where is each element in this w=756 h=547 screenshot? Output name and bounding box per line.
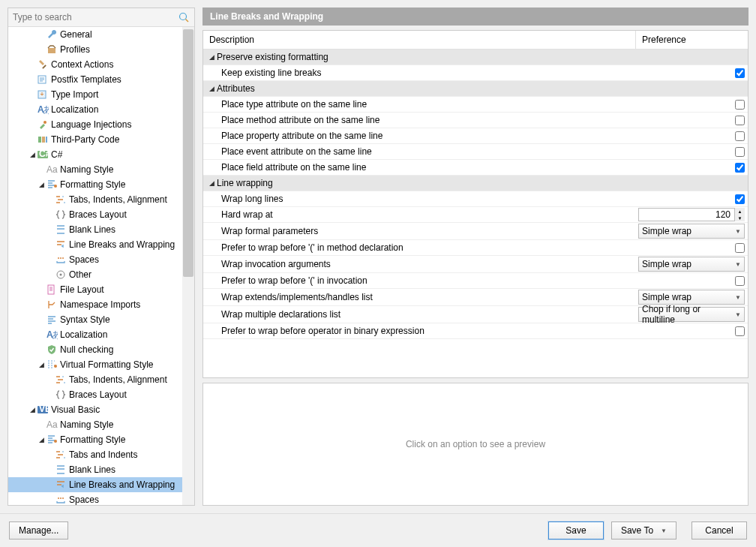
collapse-icon[interactable]: ◢ bbox=[37, 360, 46, 369]
collapse-icon[interactable]: ◢ bbox=[28, 150, 37, 159]
save-to-button[interactable]: Save To▼ bbox=[611, 521, 676, 539]
tree-item[interactable]: Context Actions bbox=[8, 57, 194, 72]
collapse-icon[interactable]: ◢ bbox=[37, 180, 46, 189]
svg-point-18 bbox=[62, 257, 64, 259]
collapse-icon: ◢ bbox=[209, 85, 214, 92]
cancel-button[interactable]: Cancel bbox=[692, 521, 747, 539]
setting-row[interactable]: Wrap invocation argumentsSimple wrap▼ bbox=[203, 256, 748, 273]
setting-checkbox[interactable] bbox=[735, 100, 745, 110]
setting-checkbox[interactable] bbox=[735, 326, 745, 336]
tree-item[interactable]: File Layout bbox=[8, 282, 194, 297]
setting-row[interactable]: Wrap long lines bbox=[203, 191, 748, 207]
spinner-up-icon[interactable]: ▲ bbox=[735, 208, 745, 215]
collapse-icon[interactable]: ◢ bbox=[28, 405, 37, 414]
tree-item[interactable]: Blank Lines bbox=[8, 222, 194, 237]
tree-item[interactable]: Spaces bbox=[8, 252, 194, 267]
spinner[interactable]: ▲▼ bbox=[734, 208, 745, 221]
tree-item-label: Profiles bbox=[60, 44, 90, 55]
tree-item[interactable]: ◢C#C# bbox=[8, 147, 194, 162]
setting-row[interactable]: Prefer to wrap before '(' in invocation bbox=[203, 273, 748, 289]
tree-item[interactable]: Syntax Style bbox=[8, 312, 194, 327]
setting-row[interactable]: Place type attribute on the same line bbox=[203, 97, 748, 113]
dropdown-value: Chop if long or multiline bbox=[642, 304, 735, 325]
manage-button[interactable]: Manage... bbox=[9, 521, 68, 539]
setting-row[interactable]: Wrap multiple declarations listChop if l… bbox=[203, 306, 748, 323]
setting-checkbox[interactable] bbox=[735, 194, 745, 204]
group-row[interactable]: ◢Line wrapping bbox=[203, 176, 748, 191]
group-row[interactable]: ◢Attributes bbox=[203, 81, 748, 97]
tree-item-label: Line Breaks and Wrapping bbox=[69, 479, 175, 490]
tree-item[interactable]: AaNaming Style bbox=[8, 162, 194, 177]
setting-checkbox[interactable] bbox=[735, 116, 745, 125]
tree-item[interactable]: Spaces bbox=[8, 492, 194, 505]
setting-row[interactable]: Place field attribute on the same line bbox=[203, 160, 748, 176]
setting-row[interactable]: Keep existing line breaks bbox=[203, 65, 748, 81]
tree-item[interactable]: Namespace Imports bbox=[8, 297, 194, 312]
setting-row[interactable]: Hard wrap at▲▼ bbox=[203, 207, 748, 223]
setting-dropdown[interactable]: Simple wrap▼ bbox=[638, 257, 745, 272]
tree-item-label: Language Injections bbox=[51, 119, 131, 130]
setting-checkbox[interactable] bbox=[735, 163, 745, 173]
tree-item[interactable]: AあLocalization bbox=[8, 327, 194, 342]
scrollbar-thumb[interactable] bbox=[183, 29, 194, 277]
tree-item[interactable]: Braces Layout bbox=[8, 387, 194, 402]
setting-row[interactable]: Place property attribute on the same lin… bbox=[203, 128, 748, 144]
tree-item-label: Visual Basic bbox=[51, 404, 100, 415]
search-input[interactable] bbox=[13, 11, 178, 24]
tree-item[interactable]: ◢Formatting Style bbox=[8, 177, 194, 192]
setting-row[interactable]: Place method attribute on the same line bbox=[203, 113, 748, 128]
svg-rect-11 bbox=[46, 137, 47, 143]
tree-item[interactable]: ◢Formatting Style bbox=[8, 432, 194, 447]
naming-icon: Aa bbox=[46, 419, 58, 431]
tree-item[interactable]: Tabs and Indents bbox=[8, 447, 194, 462]
setting-checkbox[interactable] bbox=[735, 131, 745, 141]
setting-dropdown[interactable]: Simple wrap▼ bbox=[638, 290, 745, 305]
tree-item[interactable]: AあLocalization bbox=[8, 102, 194, 117]
tree-item[interactable]: Braces Layout bbox=[8, 207, 194, 222]
setting-dropdown[interactable]: Simple wrap▼ bbox=[638, 224, 745, 239]
tree-item[interactable]: Postfix Templates bbox=[8, 72, 194, 87]
tree-item[interactable]: Line Breaks and Wrapping bbox=[8, 477, 194, 492]
save-button[interactable]: Save bbox=[548, 521, 604, 539]
setting-checkbox[interactable] bbox=[735, 68, 745, 78]
setting-row[interactable]: Prefer to wrap before '(' in method decl… bbox=[203, 240, 748, 256]
tree-item-label: Syntax Style bbox=[60, 314, 110, 325]
tree-item[interactable]: Tabs, Indents, Alignment bbox=[8, 372, 194, 387]
svg-point-28 bbox=[54, 440, 57, 443]
group-label: Preserve existing formatting bbox=[217, 52, 328, 62]
tree-item[interactable]: ◢Virtual Formatting Style bbox=[8, 357, 194, 372]
tree-item-label: Tabs and Indents bbox=[69, 449, 137, 460]
tree-item[interactable]: AaNaming Style bbox=[8, 417, 194, 432]
group-row[interactable]: ◢Preserve existing formatting bbox=[203, 50, 748, 65]
tree-item[interactable]: Language Injections bbox=[8, 117, 194, 132]
setting-dropdown[interactable]: Chop if long or multiline▼ bbox=[638, 307, 745, 322]
tree-item[interactable]: Profiles bbox=[8, 42, 194, 57]
setting-number-input[interactable] bbox=[638, 208, 745, 221]
braces-icon bbox=[55, 209, 67, 221]
setting-checkbox[interactable] bbox=[735, 276, 745, 286]
setting-row[interactable]: Place event attribute on the same line bbox=[203, 144, 748, 160]
setting-checkbox[interactable] bbox=[735, 243, 745, 253]
setting-row[interactable]: Prefer to wrap before operator in binary… bbox=[203, 323, 748, 339]
collapse-icon: ◢ bbox=[209, 53, 214, 61]
group-label: Line wrapping bbox=[217, 178, 273, 188]
spinner-down-icon[interactable]: ▼ bbox=[735, 215, 745, 221]
navigation-tree[interactable]: GeneralProfilesContext ActionsPostfix Te… bbox=[8, 27, 194, 505]
tree-item[interactable]: ◢VBVisual Basic bbox=[8, 402, 194, 417]
tree-item[interactable]: General bbox=[8, 27, 194, 42]
tree-item-label: Third-Party Code bbox=[51, 134, 119, 145]
search-icon[interactable] bbox=[178, 11, 190, 23]
collapse-icon[interactable]: ◢ bbox=[37, 435, 46, 444]
tree-item[interactable]: Type Import bbox=[8, 87, 194, 102]
svg-point-20 bbox=[60, 274, 62, 276]
tree-item[interactable]: Null checking bbox=[8, 342, 194, 357]
scrollbar[interactable] bbox=[182, 27, 194, 505]
tree-item[interactable]: Tabs, Indents, Alignment bbox=[8, 192, 194, 207]
setting-checkbox[interactable] bbox=[735, 147, 745, 157]
tree-item[interactable]: Other bbox=[8, 267, 194, 282]
tree-item[interactable]: Blank Lines bbox=[8, 462, 194, 477]
line-breaks-icon bbox=[55, 479, 67, 491]
tree-item[interactable]: Line Breaks and Wrapping bbox=[8, 237, 194, 252]
tree-item[interactable]: Third-Party Code bbox=[8, 132, 194, 147]
setting-row[interactable]: Wrap formal parametersSimple wrap▼ bbox=[203, 223, 748, 240]
